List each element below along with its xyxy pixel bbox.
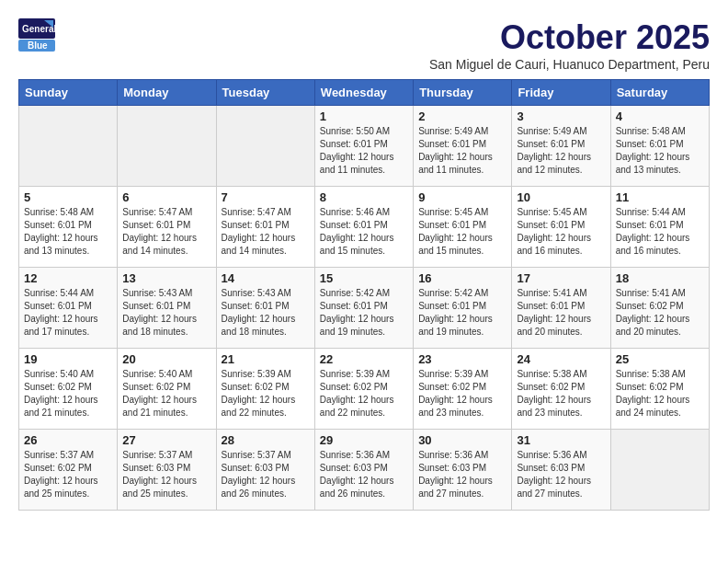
header-sunday: Sunday [19,80,118,106]
day-number: 11 [616,190,704,204]
day-cell: 9Sunrise: 5:45 AM Sunset: 6:01 PM Daylig… [414,187,512,268]
day-number: 27 [122,433,210,447]
day-cell: 8Sunrise: 5:46 AM Sunset: 6:01 PM Daylig… [314,187,413,268]
day-info: Sunrise: 5:39 AM Sunset: 6:02 PM Dayligh… [320,368,408,419]
day-cell: 30Sunrise: 5:36 AM Sunset: 6:03 PM Dayli… [414,430,512,511]
day-info: Sunrise: 5:42 AM Sunset: 6:01 PM Dayligh… [418,287,506,339]
day-number: 25 [616,352,704,366]
day-cell: 27Sunrise: 5:37 AM Sunset: 6:03 PM Dayli… [118,430,216,511]
day-cell: 7Sunrise: 5:47 AM Sunset: 6:01 PM Daylig… [216,187,314,268]
day-info: Sunrise: 5:38 AM Sunset: 6:02 PM Dayligh… [616,368,704,419]
day-cell: 3Sunrise: 5:49 AM Sunset: 6:01 PM Daylig… [512,106,610,187]
day-info: Sunrise: 5:44 AM Sunset: 6:01 PM Dayligh… [616,206,704,258]
day-info: Sunrise: 5:41 AM Sunset: 6:02 PM Dayligh… [616,287,704,339]
day-info: Sunrise: 5:39 AM Sunset: 6:02 PM Dayligh… [222,368,310,419]
day-cell: 5Sunrise: 5:48 AM Sunset: 6:01 PM Daylig… [19,187,118,268]
day-number: 20 [122,352,210,366]
day-number: 12 [24,271,112,285]
day-info: Sunrise: 5:44 AM Sunset: 6:01 PM Dayligh… [24,287,112,339]
day-info: Sunrise: 5:37 AM Sunset: 6:03 PM Dayligh… [222,449,310,500]
day-info: Sunrise: 5:50 AM Sunset: 6:01 PM Dayligh… [320,125,408,177]
logo-icon: General Blue [18,18,55,52]
day-cell: 4Sunrise: 5:48 AM Sunset: 6:01 PM Daylig… [610,106,709,187]
week-row-3: 12Sunrise: 5:44 AM Sunset: 6:01 PM Dayli… [19,268,710,349]
day-info: Sunrise: 5:49 AM Sunset: 6:01 PM Dayligh… [418,125,506,177]
day-cell: 16Sunrise: 5:42 AM Sunset: 6:01 PM Dayli… [414,268,512,349]
day-cell: 20Sunrise: 5:40 AM Sunset: 6:02 PM Dayli… [118,349,216,430]
svg-text:Blue: Blue [28,40,48,51]
day-cell: 2Sunrise: 5:49 AM Sunset: 6:01 PM Daylig… [414,106,512,187]
day-number: 16 [418,271,506,285]
week-row-4: 19Sunrise: 5:40 AM Sunset: 6:02 PM Dayli… [19,349,710,430]
day-info: Sunrise: 5:42 AM Sunset: 6:01 PM Dayligh… [320,287,408,339]
header-wednesday: Wednesday [314,80,413,106]
day-cell: 13Sunrise: 5:43 AM Sunset: 6:01 PM Dayli… [118,268,216,349]
day-number: 22 [320,352,408,366]
day-info: Sunrise: 5:45 AM Sunset: 6:01 PM Dayligh… [418,206,506,258]
day-cell: 29Sunrise: 5:36 AM Sunset: 6:03 PM Dayli… [314,430,413,511]
day-info: Sunrise: 5:40 AM Sunset: 6:02 PM Dayligh… [122,368,210,419]
day-number: 31 [517,433,605,447]
calendar-table: SundayMondayTuesdayWednesdayThursdayFrid… [18,79,710,511]
day-cell [610,430,709,511]
day-number: 5 [24,190,112,204]
day-cell: 25Sunrise: 5:38 AM Sunset: 6:02 PM Dayli… [610,349,709,430]
day-info: Sunrise: 5:36 AM Sunset: 6:03 PM Dayligh… [517,449,605,500]
day-cell: 12Sunrise: 5:44 AM Sunset: 6:01 PM Dayli… [19,268,118,349]
day-cell: 14Sunrise: 5:43 AM Sunset: 6:01 PM Dayli… [216,268,314,349]
day-info: Sunrise: 5:41 AM Sunset: 6:01 PM Dayligh… [517,287,605,339]
day-number: 7 [222,190,310,204]
title-block: October 2025 San Miguel de Cauri, Huanuc… [429,18,710,72]
header-saturday: Saturday [610,80,709,106]
month-title: October 2025 [429,18,710,57]
day-info: Sunrise: 5:48 AM Sunset: 6:01 PM Dayligh… [616,125,704,177]
day-cell: 10Sunrise: 5:45 AM Sunset: 6:01 PM Dayli… [512,187,610,268]
day-info: Sunrise: 5:43 AM Sunset: 6:01 PM Dayligh… [122,287,210,339]
day-number: 24 [517,352,605,366]
day-number: 13 [122,271,210,285]
subtitle: San Miguel de Cauri, Huanuco Department,… [429,57,710,72]
day-cell: 6Sunrise: 5:47 AM Sunset: 6:01 PM Daylig… [118,187,216,268]
day-number: 21 [222,352,310,366]
day-info: Sunrise: 5:47 AM Sunset: 6:01 PM Dayligh… [122,206,210,258]
day-info: Sunrise: 5:37 AM Sunset: 6:02 PM Dayligh… [24,449,112,500]
day-number: 26 [24,433,112,447]
day-cell: 26Sunrise: 5:37 AM Sunset: 6:02 PM Dayli… [19,430,118,511]
day-info: Sunrise: 5:47 AM Sunset: 6:01 PM Dayligh… [222,206,310,258]
day-info: Sunrise: 5:40 AM Sunset: 6:02 PM Dayligh… [24,368,112,419]
header-monday: Monday [118,80,216,106]
day-cell: 19Sunrise: 5:40 AM Sunset: 6:02 PM Dayli… [19,349,118,430]
day-cell: 11Sunrise: 5:44 AM Sunset: 6:01 PM Dayli… [610,187,709,268]
day-cell: 24Sunrise: 5:38 AM Sunset: 6:02 PM Dayli… [512,349,610,430]
day-cell: 17Sunrise: 5:41 AM Sunset: 6:01 PM Dayli… [512,268,610,349]
day-number: 3 [517,109,605,123]
header-tuesday: Tuesday [216,80,314,106]
week-row-1: 1Sunrise: 5:50 AM Sunset: 6:01 PM Daylig… [19,106,710,187]
page-header: General Blue October 2025 San Miguel de … [18,18,710,72]
day-cell: 1Sunrise: 5:50 AM Sunset: 6:01 PM Daylig… [314,106,413,187]
day-info: Sunrise: 5:49 AM Sunset: 6:01 PM Dayligh… [517,125,605,177]
day-number: 14 [222,271,310,285]
week-row-2: 5Sunrise: 5:48 AM Sunset: 6:01 PM Daylig… [19,187,710,268]
day-cell [19,106,118,187]
day-cell: 21Sunrise: 5:39 AM Sunset: 6:02 PM Dayli… [216,349,314,430]
day-info: Sunrise: 5:39 AM Sunset: 6:02 PM Dayligh… [418,368,506,419]
day-cell: 15Sunrise: 5:42 AM Sunset: 6:01 PM Dayli… [314,268,413,349]
day-number: 4 [616,109,704,123]
day-number: 17 [517,271,605,285]
day-info: Sunrise: 5:37 AM Sunset: 6:03 PM Dayligh… [122,449,210,500]
day-info: Sunrise: 5:48 AM Sunset: 6:01 PM Dayligh… [24,206,112,258]
day-info: Sunrise: 5:46 AM Sunset: 6:01 PM Dayligh… [320,206,408,258]
header-friday: Friday [512,80,610,106]
day-info: Sunrise: 5:45 AM Sunset: 6:01 PM Dayligh… [517,206,605,258]
header-row: SundayMondayTuesdayWednesdayThursdayFrid… [19,80,710,106]
day-cell: 22Sunrise: 5:39 AM Sunset: 6:02 PM Dayli… [314,349,413,430]
logo: General Blue [18,18,55,52]
day-cell: 31Sunrise: 5:36 AM Sunset: 6:03 PM Dayli… [512,430,610,511]
day-cell: 18Sunrise: 5:41 AM Sunset: 6:02 PM Dayli… [610,268,709,349]
week-row-5: 26Sunrise: 5:37 AM Sunset: 6:02 PM Dayli… [19,430,710,511]
day-number: 2 [418,109,506,123]
day-number: 23 [418,352,506,366]
day-cell [118,106,216,187]
day-number: 15 [320,271,408,285]
